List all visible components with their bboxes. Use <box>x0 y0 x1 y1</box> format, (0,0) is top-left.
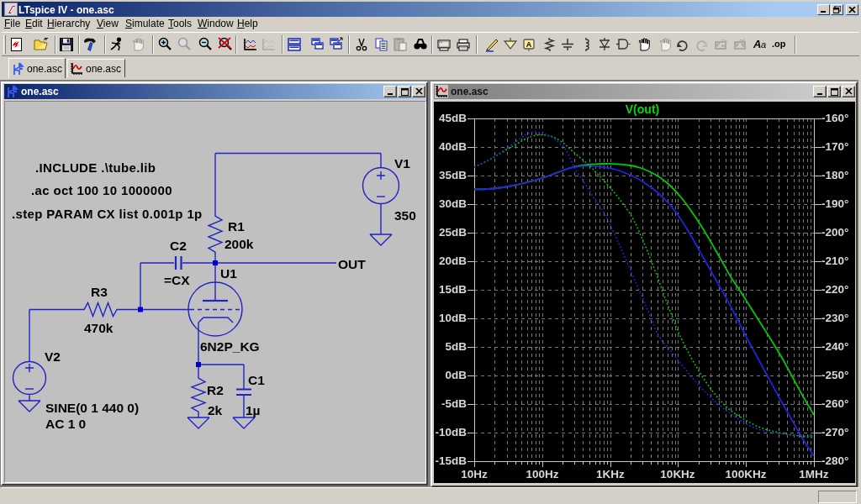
svg-text:OUT: OUT <box>338 257 366 271</box>
svg-text:-10dB: -10dB <box>435 426 467 438</box>
svg-text:1KHz: 1KHz <box>596 468 625 480</box>
svg-text:6N2P_KG: 6N2P_KG <box>200 339 260 354</box>
svg-text:-15dB: -15dB <box>435 454 467 467</box>
svg-text:0dB: 0dB <box>445 369 467 381</box>
svg-text:-270°: -270° <box>821 426 848 438</box>
svg-text:-280°: -280° <box>821 454 848 467</box>
svg-text:-190°: -190° <box>821 197 848 210</box>
svg-text:30dB: 30dB <box>439 197 467 210</box>
svg-text:.ac oct 100 10 1000000: .ac oct 100 10 1000000 <box>31 183 172 197</box>
svg-text:C1: C1 <box>248 373 265 387</box>
svg-text:35dB: 35dB <box>439 169 467 181</box>
svg-text:10KHz: 10KHz <box>660 468 695 480</box>
svg-text:100KHz: 100KHz <box>726 468 767 480</box>
svg-text:C2: C2 <box>170 239 187 253</box>
svg-text:V2: V2 <box>45 349 61 364</box>
svg-text:-5dB: -5dB <box>441 397 467 410</box>
svg-text:-210°: -210° <box>821 255 848 267</box>
svg-text:-200°: -200° <box>821 226 848 239</box>
svg-text:45dB: 45dB <box>439 112 467 124</box>
svg-text:V1: V1 <box>394 156 410 171</box>
svg-text:1MHz: 1MHz <box>799 468 829 480</box>
svg-text:R3: R3 <box>91 285 108 299</box>
svg-text:10dB: 10dB <box>439 312 467 324</box>
svg-text:a: a <box>761 39 766 50</box>
svg-text:R1: R1 <box>228 219 245 234</box>
svg-text:V(out): V(out) <box>626 102 659 116</box>
svg-text:.op: .op <box>772 39 786 49</box>
svg-text:-260°: -260° <box>821 397 848 410</box>
svg-text:A: A <box>753 38 761 50</box>
svg-text:-160°: -160° <box>821 112 848 124</box>
svg-text:AC 1 0: AC 1 0 <box>45 417 86 431</box>
svg-text:200k: 200k <box>224 237 254 251</box>
svg-text:.INCLUDE .\tube.lib: .INCLUDE .\tube.lib <box>35 160 156 175</box>
svg-text:5dB: 5dB <box>445 340 467 353</box>
svg-text:=CX: =CX <box>164 273 190 287</box>
svg-text:1µ: 1µ <box>246 403 261 417</box>
svg-text:R2: R2 <box>207 383 224 397</box>
svg-text:100Hz: 100Hz <box>526 468 558 480</box>
svg-text:10Hz: 10Hz <box>461 468 488 480</box>
svg-text:2k: 2k <box>208 403 223 417</box>
svg-text:20dB: 20dB <box>439 255 467 267</box>
svg-text:.step PARAM CX list 0.001p 1p: .step PARAM CX list 0.001p 1p <box>12 207 203 221</box>
svg-text:470k: 470k <box>84 321 114 335</box>
svg-text:15dB: 15dB <box>439 283 467 296</box>
svg-text:U1: U1 <box>220 266 237 281</box>
svg-text:-170°: -170° <box>821 140 848 153</box>
svg-text:-240°: -240° <box>821 340 848 353</box>
svg-text:A: A <box>526 40 532 49</box>
svg-text:25dB: 25dB <box>439 226 467 239</box>
svg-text:40dB: 40dB <box>439 140 467 153</box>
svg-text:SINE(0 1 440 0): SINE(0 1 440 0) <box>45 401 139 415</box>
svg-text:-180°: -180° <box>821 169 848 181</box>
svg-text:-230°: -230° <box>821 312 848 324</box>
svg-text:-250°: -250° <box>821 369 848 381</box>
svg-text:350: 350 <box>394 208 416 223</box>
svg-text:-220°: -220° <box>821 283 848 296</box>
